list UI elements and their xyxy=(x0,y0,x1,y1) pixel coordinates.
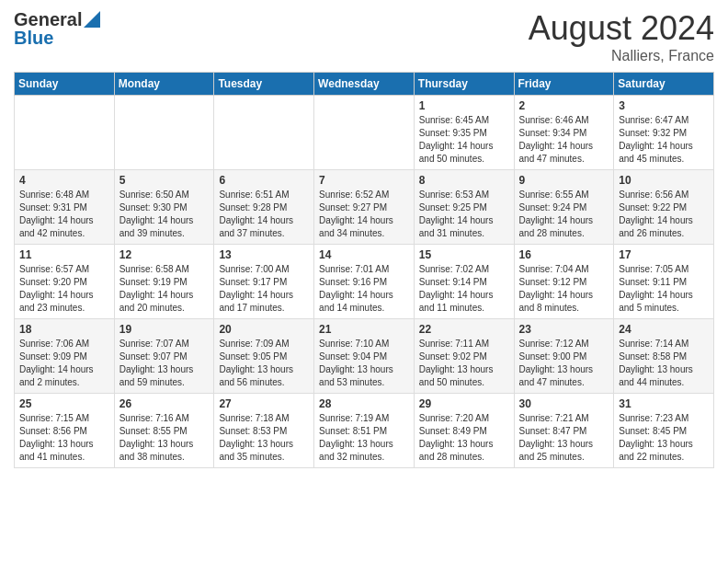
col-thursday: Thursday xyxy=(414,73,514,96)
day-number: 29 xyxy=(419,397,509,410)
day-number: 17 xyxy=(619,248,709,261)
day-info: Sunrise: 7:20 AMSunset: 8:49 PMDaylight:… xyxy=(419,412,509,464)
day-number: 7 xyxy=(319,174,409,187)
table-cell: 29Sunrise: 7:20 AMSunset: 8:49 PMDayligh… xyxy=(414,394,514,468)
day-info: Sunrise: 6:58 AMSunset: 9:19 PMDaylight:… xyxy=(119,263,210,315)
day-number: 3 xyxy=(619,99,709,112)
logo-blue-text: Blue xyxy=(14,28,100,48)
day-info: Sunrise: 7:05 AMSunset: 9:11 PMDaylight:… xyxy=(619,263,709,315)
day-info: Sunrise: 7:07 AMSunset: 9:07 PMDaylight:… xyxy=(119,338,210,389)
day-info: Sunrise: 6:57 AMSunset: 9:20 PMDaylight:… xyxy=(19,263,109,315)
table-cell xyxy=(114,96,214,170)
table-cell: 28Sunrise: 7:19 AMSunset: 8:51 PMDayligh… xyxy=(314,394,415,468)
col-sunday: Sunday xyxy=(15,73,115,96)
day-info: Sunrise: 7:12 AMSunset: 9:00 PMDaylight:… xyxy=(519,338,609,389)
table-cell: 4Sunrise: 6:48 AMSunset: 9:31 PMDaylight… xyxy=(15,170,115,245)
day-info: Sunrise: 7:21 AMSunset: 8:47 PMDaylight:… xyxy=(519,412,609,464)
day-info: Sunrise: 7:16 AMSunset: 8:55 PMDaylight:… xyxy=(119,412,210,464)
day-info: Sunrise: 6:56 AMSunset: 9:22 PMDaylight:… xyxy=(619,189,709,240)
table-cell: 2Sunrise: 6:46 AMSunset: 9:34 PMDaylight… xyxy=(514,96,614,170)
table-cell: 16Sunrise: 7:04 AMSunset: 9:12 PMDayligh… xyxy=(514,245,614,319)
logo-icon xyxy=(84,11,100,28)
day-number: 19 xyxy=(119,323,210,336)
table-cell: 6Sunrise: 6:51 AMSunset: 9:28 PMDaylight… xyxy=(214,170,314,245)
day-info: Sunrise: 6:52 AMSunset: 9:27 PMDaylight:… xyxy=(319,189,409,240)
table-cell: 12Sunrise: 6:58 AMSunset: 9:19 PMDayligh… xyxy=(114,245,214,319)
day-number: 31 xyxy=(619,397,709,410)
day-number: 21 xyxy=(319,323,409,336)
logo: General Blue xyxy=(14,9,100,48)
day-number: 8 xyxy=(419,174,509,187)
day-number: 4 xyxy=(19,174,109,187)
table-cell: 3Sunrise: 6:47 AMSunset: 9:32 PMDaylight… xyxy=(614,96,714,170)
day-info: Sunrise: 7:02 AMSunset: 9:14 PMDaylight:… xyxy=(419,263,509,315)
day-info: Sunrise: 7:01 AMSunset: 9:16 PMDaylight:… xyxy=(319,263,409,315)
col-wednesday: Wednesday xyxy=(314,73,415,96)
day-info: Sunrise: 7:09 AMSunset: 9:05 PMDaylight:… xyxy=(219,338,309,389)
day-number: 26 xyxy=(119,397,210,410)
table-cell: 24Sunrise: 7:14 AMSunset: 8:58 PMDayligh… xyxy=(614,319,714,394)
col-monday: Monday xyxy=(114,73,214,96)
day-number: 24 xyxy=(619,323,709,336)
table-cell: 1Sunrise: 6:45 AMSunset: 9:35 PMDaylight… xyxy=(414,96,514,170)
day-number: 10 xyxy=(619,174,709,187)
day-number: 28 xyxy=(319,397,409,410)
day-info: Sunrise: 7:23 AMSunset: 8:45 PMDaylight:… xyxy=(619,412,709,464)
table-row: 25Sunrise: 7:15 AMSunset: 8:56 PMDayligh… xyxy=(15,394,714,468)
table-cell xyxy=(314,96,415,170)
day-info: Sunrise: 6:55 AMSunset: 9:24 PMDaylight:… xyxy=(519,189,609,240)
day-info: Sunrise: 6:45 AMSunset: 9:35 PMDaylight:… xyxy=(419,114,509,166)
table-cell: 10Sunrise: 6:56 AMSunset: 9:22 PMDayligh… xyxy=(614,170,714,245)
table-cell: 8Sunrise: 6:53 AMSunset: 9:25 PMDaylight… xyxy=(414,170,514,245)
day-info: Sunrise: 6:47 AMSunset: 9:32 PMDaylight:… xyxy=(619,114,709,166)
calendar-table: Sunday Monday Tuesday Wednesday Thursday… xyxy=(14,72,714,468)
month-year: August 2024 xyxy=(529,9,714,48)
logo-general-text: General xyxy=(14,9,82,29)
header-row: Sunday Monday Tuesday Wednesday Thursday… xyxy=(15,73,714,96)
day-number: 14 xyxy=(319,248,409,261)
day-number: 18 xyxy=(19,323,109,336)
table-cell: 26Sunrise: 7:16 AMSunset: 8:55 PMDayligh… xyxy=(114,394,214,468)
day-info: Sunrise: 7:14 AMSunset: 8:58 PMDaylight:… xyxy=(619,338,709,389)
day-number: 9 xyxy=(519,174,609,187)
table-cell: 31Sunrise: 7:23 AMSunset: 8:45 PMDayligh… xyxy=(614,394,714,468)
table-cell: 14Sunrise: 7:01 AMSunset: 9:16 PMDayligh… xyxy=(314,245,415,319)
day-info: Sunrise: 7:18 AMSunset: 8:53 PMDaylight:… xyxy=(219,412,309,464)
day-number: 1 xyxy=(419,99,509,112)
day-info: Sunrise: 7:06 AMSunset: 9:09 PMDaylight:… xyxy=(19,338,109,389)
day-number: 23 xyxy=(519,323,609,336)
table-cell: 7Sunrise: 6:52 AMSunset: 9:27 PMDaylight… xyxy=(314,170,415,245)
day-number: 16 xyxy=(519,248,609,261)
table-cell: 27Sunrise: 7:18 AMSunset: 8:53 PMDayligh… xyxy=(214,394,314,468)
col-saturday: Saturday xyxy=(614,73,714,96)
day-number: 12 xyxy=(119,248,210,261)
table-cell: 18Sunrise: 7:06 AMSunset: 9:09 PMDayligh… xyxy=(15,319,115,394)
svg-marker-0 xyxy=(84,11,100,28)
day-info: Sunrise: 6:48 AMSunset: 9:31 PMDaylight:… xyxy=(19,189,109,240)
table-cell: 30Sunrise: 7:21 AMSunset: 8:47 PMDayligh… xyxy=(514,394,614,468)
day-number: 2 xyxy=(519,99,609,112)
location: Nalliers, France xyxy=(529,48,714,64)
col-tuesday: Tuesday xyxy=(214,73,314,96)
day-number: 27 xyxy=(219,397,309,410)
title-block: August 2024 Nalliers, France xyxy=(529,9,714,64)
table-cell: 17Sunrise: 7:05 AMSunset: 9:11 PMDayligh… xyxy=(614,245,714,319)
day-number: 20 xyxy=(219,323,309,336)
table-cell: 15Sunrise: 7:02 AMSunset: 9:14 PMDayligh… xyxy=(414,245,514,319)
table-cell: 21Sunrise: 7:10 AMSunset: 9:04 PMDayligh… xyxy=(314,319,415,394)
day-info: Sunrise: 7:10 AMSunset: 9:04 PMDaylight:… xyxy=(319,338,409,389)
day-number: 30 xyxy=(519,397,609,410)
day-info: Sunrise: 6:51 AMSunset: 9:28 PMDaylight:… xyxy=(219,189,309,240)
table-cell: 23Sunrise: 7:12 AMSunset: 9:00 PMDayligh… xyxy=(514,319,614,394)
day-info: Sunrise: 6:50 AMSunset: 9:30 PMDaylight:… xyxy=(119,189,210,240)
table-cell: 22Sunrise: 7:11 AMSunset: 9:02 PMDayligh… xyxy=(414,319,514,394)
day-number: 25 xyxy=(19,397,109,410)
day-number: 22 xyxy=(419,323,509,336)
day-number: 11 xyxy=(19,248,109,261)
table-cell: 19Sunrise: 7:07 AMSunset: 9:07 PMDayligh… xyxy=(114,319,214,394)
day-number: 15 xyxy=(419,248,509,261)
day-info: Sunrise: 6:53 AMSunset: 9:25 PMDaylight:… xyxy=(419,189,509,240)
table-cell xyxy=(15,96,115,170)
day-number: 13 xyxy=(219,248,309,261)
col-friday: Friday xyxy=(514,73,614,96)
